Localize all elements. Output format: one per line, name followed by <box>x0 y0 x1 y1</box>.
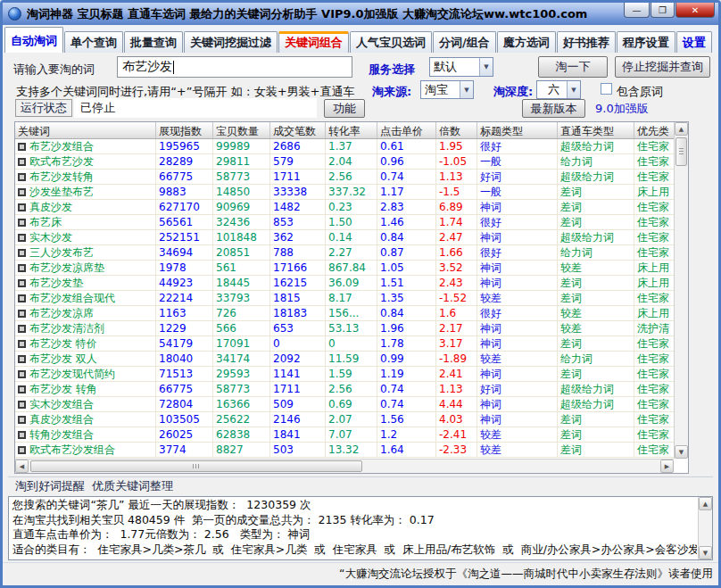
include-original-checkbox[interactable] <box>601 83 612 95</box>
table-row[interactable]: 真皮沙发组合1035052562221462.071.564.03神词差词住宅家 <box>15 412 674 427</box>
row-checkbox[interactable] <box>18 203 26 211</box>
tab-program-settings[interactable]: 程序设置 <box>617 31 675 53</box>
row-checkbox[interactable] <box>18 188 26 196</box>
row-checkbox[interactable] <box>18 355 26 363</box>
column-header-item-count[interactable]: 宝贝数量 <box>213 122 270 138</box>
tab-split-combo[interactable]: 分词/组合 <box>433 31 496 53</box>
subtab-good-word-alert[interactable]: 淘到好词提醒 <box>15 478 85 494</box>
table-row[interactable]: 布艺沙发 转角667755877317112.560.741.13好词超级给力词… <box>15 382 674 397</box>
scroll-left-button[interactable]: ◀ <box>15 460 29 473</box>
row-checkbox[interactable] <box>18 158 26 166</box>
table-row[interactable]: 布艺沙发转角667755877317112.560.741.13好词超级给力词住… <box>15 170 674 185</box>
column-header-multiple[interactable]: 倍数 <box>436 122 477 138</box>
keyword-input[interactable]: 布艺沙发 <box>117 56 352 78</box>
table-row[interactable]: 布艺沙发 双人1804034174209211.590.99-1.89较差给力词… <box>15 352 674 367</box>
table-row[interactable]: 转角沙发组合260256283818417.071.2-2.41较差差词住宅家 <box>15 427 674 443</box>
table-vertical-scrollbar[interactable]: ▲ ▼ <box>674 122 688 459</box>
function-button[interactable]: 功能 <box>324 99 365 118</box>
row-checkbox[interactable] <box>18 219 26 227</box>
latest-version-button[interactable]: 最新版本 <box>522 99 585 118</box>
scroll-up-button[interactable]: ▲ <box>699 497 712 510</box>
table-row[interactable]: 欧式布艺沙发组合3774882750313.321.64-2.33较差差词住宅家 <box>15 443 674 458</box>
horizontal-scroll-thumb[interactable] <box>30 460 362 472</box>
table-row[interactable]: 布艺沙发组合现代222143379318158.171.35-1.52较差差词住… <box>15 291 674 306</box>
table-row[interactable]: 布艺沙发清洁剂122956665353.131.962.17神词较差洗护清 <box>15 321 674 336</box>
row-checkbox[interactable] <box>18 234 26 242</box>
chevron-down-icon[interactable]: ▼ <box>567 81 580 98</box>
multiple-cell: -1.52 <box>436 291 477 305</box>
scroll-up-button[interactable]: ▲ <box>675 122 688 136</box>
impression-index-cell: 26025 <box>156 427 213 442</box>
service-select[interactable]: 默认 ▼ <box>429 57 493 77</box>
multiple-cell: 4.03 <box>436 412 477 427</box>
maximize-button[interactable]: ❐ <box>651 3 675 18</box>
row-checkbox[interactable] <box>18 416 26 424</box>
column-header-click-price[interactable]: 点击单价 <box>377 122 436 138</box>
table-row[interactable]: 布艺沙发组合1959659998926861.370.611.95很好超级给力词… <box>15 139 674 154</box>
table-row[interactable]: 布艺沙发凉席垫197856117166867.841.053.52神词较差床上用 <box>15 261 674 276</box>
tab-settings[interactable]: 设置 <box>676 31 712 53</box>
vertical-scroll-thumb[interactable] <box>675 137 687 166</box>
tab-popular-item-words[interactable]: 人气宝贝选词 <box>350 31 432 53</box>
row-checkbox[interactable] <box>18 446 26 454</box>
tab-batch-query[interactable]: 批量查询 <box>124 31 183 53</box>
depth-select[interactable]: 六 ▼ <box>536 80 581 99</box>
multiple-cell: -2.33 <box>436 443 477 457</box>
row-checkbox[interactable] <box>18 325 26 333</box>
table-row[interactable]: 布艺床56561324368531.501.461.74很好差词住宅家 <box>15 215 674 230</box>
scroll-right-button[interactable]: ▶ <box>660 460 674 473</box>
tab-keyword-combo[interactable]: 关键词组合 <box>278 31 349 53</box>
row-checkbox[interactable] <box>18 340 26 348</box>
column-header-ztc-type[interactable]: 直通车类型 <box>558 122 634 138</box>
row-checkbox[interactable] <box>18 249 26 257</box>
tab-mofang-words[interactable]: 魔方选词 <box>497 31 556 53</box>
table-row[interactable]: 三人沙发布艺34694208517882.270.871.66很好给力词住宅家 <box>15 245 674 261</box>
item-count-cell: 34174 <box>213 352 270 366</box>
message-scrollbar[interactable]: ▲ ▼ <box>698 497 712 559</box>
scroll-down-button[interactable]: ▼ <box>675 445 688 459</box>
column-header-conversion-rate[interactable]: 转化率 <box>326 122 377 138</box>
table-row[interactable]: 布艺沙发 特价5417917091001.783.17神词差词住宅家 <box>15 336 674 352</box>
table-horizontal-scrollbar[interactable]: ◀ ▶ <box>15 459 674 473</box>
tab-single-query[interactable]: 单个查询 <box>64 31 123 53</box>
table-row[interactable]: 实木沙发2521511018483620.140.842.47神词超级给力词住宅… <box>15 230 674 245</box>
search-button[interactable]: 淘一下 <box>538 56 608 78</box>
table-row[interactable]: 布艺沙发垫44923184451621536.091.512.43神词差词床上用 <box>15 276 674 291</box>
row-checkbox[interactable] <box>18 143 26 151</box>
column-header-deal-count[interactable]: 成交笔数 <box>270 122 326 138</box>
row-checkbox[interactable] <box>18 370 26 378</box>
row-checkbox[interactable] <box>18 310 26 318</box>
row-checkbox[interactable] <box>18 385 26 393</box>
tab-book-recommend[interactable]: 好书推荐 <box>557 31 616 53</box>
subtab-quality-keyword-organize[interactable]: 优质关键词整理 <box>92 478 173 494</box>
title-bar[interactable]: 淘词神器 宝贝标题 直通车选词 最给力的关键词分析助手 VIP9.0加强版 大赚… <box>3 3 718 25</box>
column-header-keyword[interactable]: 关键词 <box>15 122 156 138</box>
source-select[interactable]: 淘宝 ▼ <box>420 80 474 99</box>
table-row[interactable]: 真皮沙发6271709096914820.232.836.89神词差词住宅家 <box>15 200 674 215</box>
row-checkbox[interactable] <box>18 401 26 409</box>
table-row[interactable]: 欧式布艺沙发28289298115792.040.96-1.05一般给力词住宅家 <box>15 154 674 170</box>
row-checkbox[interactable] <box>18 264 26 272</box>
minimize-button[interactable]: — <box>624 3 650 18</box>
scroll-down-button[interactable]: ▼ <box>699 546 712 559</box>
stop-mining-button[interactable]: 停止挖掘并查询 <box>615 56 710 78</box>
table-row[interactable]: 沙发坐垫布艺98831485033338337.321.17-1.5一般差词床上… <box>15 185 674 200</box>
row-checkbox[interactable] <box>18 173 26 181</box>
tab-keyword-mining-filter[interactable]: 关键词挖掘过滤 <box>184 31 278 53</box>
chevron-down-icon[interactable]: ▼ <box>460 81 473 98</box>
column-header-impression-index[interactable]: 展现指数 <box>156 122 213 138</box>
row-checkbox[interactable] <box>18 279 26 287</box>
table-row[interactable]: 实木沙发组合72804163665090.690.744.44神词超级给力词住宅… <box>15 397 674 412</box>
column-header-priority-category[interactable]: 优先类 <box>634 122 674 138</box>
priority-category-cell: 住宅家 <box>634 412 674 427</box>
keyword-table: 关键词展现指数宝贝数量成交笔数转化率点击单价倍数标题类型直通车类型优先类 布艺沙… <box>14 121 689 474</box>
tab-auto-taoci[interactable]: 自动淘词 <box>4 27 63 53</box>
table-row[interactable]: 布艺沙发现代简约715132959311411.591.192.41神词差词住宅… <box>15 367 674 382</box>
scroll-down-icon: ▼ <box>679 449 684 456</box>
close-button[interactable]: ✕ <box>675 3 715 18</box>
row-checkbox[interactable] <box>18 431 26 439</box>
table-row[interactable]: 布艺沙发凉席116372618183156...0.841.6很好较差床上用 <box>15 306 674 321</box>
row-checkbox[interactable] <box>18 294 26 302</box>
chevron-down-icon[interactable]: ▼ <box>479 58 493 76</box>
column-header-title-type[interactable]: 标题类型 <box>477 122 558 138</box>
